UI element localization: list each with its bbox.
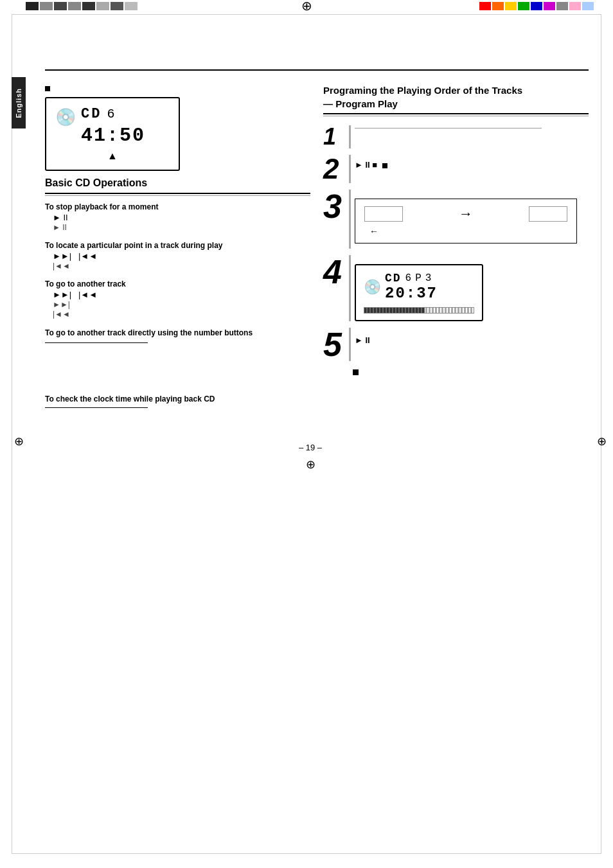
op-locate-controls: ►►| |◄◄ bbox=[53, 251, 97, 261]
stop-square bbox=[353, 369, 359, 375]
op-clock-check: To check the clock time while playing ba… bbox=[45, 394, 310, 408]
op-locate-desc: |◄◄ bbox=[53, 261, 70, 270]
step-2-stop bbox=[382, 163, 387, 168]
step-2-num: 2 bbox=[323, 155, 349, 183]
op-stop-desc: ► II bbox=[53, 223, 67, 232]
main-content: 💿 CD 6 41:50 ▲ Basic CD Operations bbox=[26, 18, 595, 850]
top-bar: ⊕ bbox=[0, 0, 613, 12]
english-tab: English bbox=[12, 77, 26, 128]
op-stop-controls: ► II bbox=[53, 213, 68, 222]
top-bar-center: ⊕ bbox=[180, 0, 433, 12]
cd-disc-icon-2: 💿 bbox=[364, 279, 381, 296]
cd-display: 💿 CD 6 41:50 ▲ bbox=[45, 97, 180, 171]
step-4: 4 💿 CD 6 P 3 bbox=[323, 255, 589, 321]
op-stop-label: To stop playback for a moment bbox=[45, 202, 310, 211]
step-5-extra bbox=[323, 368, 589, 376]
prog-play-title: Programing the Playing Order of the Trac… bbox=[323, 84, 589, 116]
step-5-controls: ► II bbox=[355, 335, 370, 345]
step-3-diagram: → ← bbox=[355, 199, 577, 244]
step-2: 2 ► II ■ bbox=[323, 155, 589, 183]
top-bar-right bbox=[433, 0, 613, 12]
left-crosshair: ⊕ bbox=[14, 434, 24, 448]
prog-title-line2: — Program Play bbox=[323, 97, 589, 111]
cd-text-label: CD bbox=[81, 106, 102, 122]
cd2-label: CD bbox=[385, 272, 402, 285]
bullet-square bbox=[45, 86, 50, 91]
op-clock-label: To check the clock time while playing ba… bbox=[45, 394, 310, 403]
op-goto-track: To go to another track ►►| |◄◄ ►►| |◄◄ bbox=[45, 279, 310, 319]
step-5-body: ► II bbox=[349, 328, 589, 361]
step-1: 1 bbox=[323, 125, 589, 148]
section-title-basic-cd: Basic CD Operations bbox=[45, 177, 310, 196]
section-title-text: Basic CD Operations bbox=[45, 177, 310, 191]
crosshair-top: ⊕ bbox=[301, 0, 312, 13]
op-goto-label: To go to another track bbox=[45, 279, 310, 288]
crosshair-bottom-icon: ⊕ bbox=[306, 458, 315, 471]
step-5: 5 ► II bbox=[323, 328, 589, 361]
op-goto-controls: ►►| |◄◄ bbox=[53, 290, 97, 299]
cd2-progress-fill bbox=[364, 308, 425, 313]
cd2-progress-bar bbox=[364, 307, 474, 314]
cd-display-2: 💿 CD 6 P 3 20:37 bbox=[355, 264, 483, 321]
step-3: 3 → ← bbox=[323, 190, 589, 249]
op-number-buttons: To go to another track directly using th… bbox=[45, 328, 310, 343]
step-3-body: → ← bbox=[349, 190, 589, 249]
left-column: 💿 CD 6 41:50 ▲ Basic CD Operations bbox=[45, 84, 310, 417]
right-column: Programing the Playing Order of the Trac… bbox=[323, 84, 589, 417]
op-locate-track: To locate a particular point in a track … bbox=[45, 241, 310, 270]
op-goto-desc4: |◄◄ bbox=[53, 310, 70, 319]
step-3-left-box bbox=[364, 206, 403, 222]
cd2-time: 20:37 bbox=[385, 285, 438, 302]
op-goto-desc2: ►►| bbox=[53, 300, 70, 309]
step-1-body bbox=[349, 125, 589, 148]
step-3-right-box bbox=[529, 206, 567, 222]
cd-time-display: 41:50 bbox=[81, 125, 145, 146]
cd-disc-icon: 💿 bbox=[55, 107, 76, 127]
step-5-num: 5 bbox=[323, 328, 349, 361]
steps-container: 1 2 ► II ■ 3 bbox=[323, 125, 589, 376]
eject-symbol: ▲ bbox=[55, 150, 170, 162]
step-2-controls: ► II ■ bbox=[355, 160, 377, 170]
top-bar-left bbox=[0, 0, 180, 12]
step-4-num: 4 bbox=[323, 255, 349, 321]
cd2-prog-num: 3 bbox=[425, 272, 432, 284]
step-4-body: 💿 CD 6 P 3 20:37 bbox=[349, 255, 589, 321]
step-1-num: 1 bbox=[323, 125, 349, 148]
op-number-label: To go to another track directly using th… bbox=[45, 328, 310, 339]
step-2-body: ► II ■ bbox=[349, 155, 589, 183]
op-stop-playback: To stop playback for a moment ► II ► II bbox=[45, 202, 310, 232]
right-crosshair: ⊕ bbox=[597, 434, 607, 448]
op-locate-label: To locate a particular point in a track … bbox=[45, 241, 310, 250]
prog-title-line1: Programing the Playing Order of the Trac… bbox=[323, 84, 589, 97]
step-3-num: 3 bbox=[323, 190, 349, 249]
page-num-text: – 19 – bbox=[299, 443, 322, 452]
english-label: English bbox=[15, 88, 22, 118]
arrow-right-icon: → bbox=[459, 206, 473, 222]
cd2-num: 6 bbox=[405, 272, 412, 284]
page-number: – 19 – bbox=[26, 443, 595, 452]
cd2-prog-label: P bbox=[415, 272, 422, 284]
cd-track-number: 6 bbox=[107, 107, 114, 121]
step-3-back-arrow: ← bbox=[369, 226, 378, 236]
bottom-crosshair: ⊕ bbox=[26, 457, 595, 472]
